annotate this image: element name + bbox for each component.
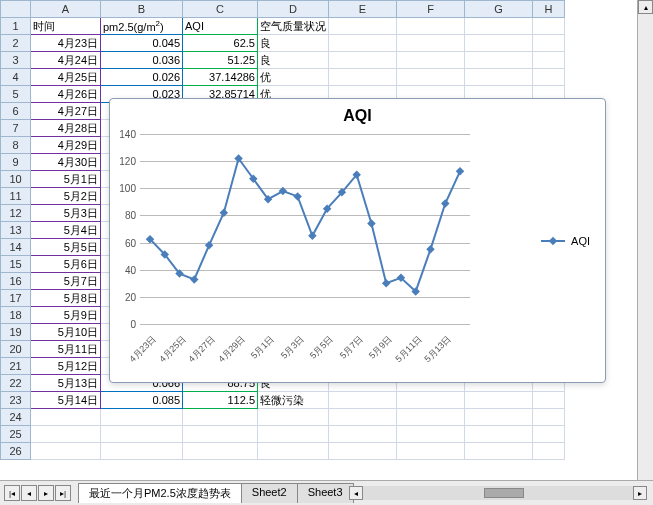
row-header[interactable]: 21 <box>1 358 31 375</box>
cell-E1[interactable] <box>329 18 397 35</box>
row-header[interactable]: 2 <box>1 35 31 52</box>
cell-G24[interactable] <box>465 409 533 426</box>
col-header-H[interactable]: H <box>533 1 565 18</box>
row-header[interactable]: 25 <box>1 426 31 443</box>
row-header[interactable]: 20 <box>1 341 31 358</box>
cell-A15[interactable]: 5月6日 <box>31 256 101 273</box>
cell-C23[interactable]: 112.5 <box>183 392 258 409</box>
chart-container[interactable]: AQI 020406080100120140 4月23日4月25日4月27日4月… <box>109 98 606 383</box>
row-header[interactable]: 18 <box>1 307 31 324</box>
row-header[interactable]: 16 <box>1 273 31 290</box>
cell-A23[interactable]: 5月14日 <box>31 392 101 409</box>
cell-G26[interactable] <box>465 443 533 460</box>
cell-A3[interactable]: 4月24日 <box>31 52 101 69</box>
col-header-B[interactable]: B <box>101 1 183 18</box>
cell-A12[interactable]: 5月3日 <box>31 205 101 222</box>
cell-B2[interactable]: 0.045 <box>101 35 183 52</box>
col-header-E[interactable]: E <box>329 1 397 18</box>
cell-E3[interactable] <box>329 52 397 69</box>
scroll-left-icon[interactable]: ◂ <box>349 486 363 500</box>
horizontal-scrollbar[interactable]: ◂ ▸ <box>363 486 633 500</box>
row-header[interactable]: 22 <box>1 375 31 392</box>
cell-F24[interactable] <box>397 409 465 426</box>
cell-D4[interactable]: 优 <box>258 69 329 86</box>
cell-C4[interactable]: 37.14286 <box>183 69 258 86</box>
cell-A6[interactable]: 4月27日 <box>31 103 101 120</box>
cell-A18[interactable]: 5月9日 <box>31 307 101 324</box>
cell-G4[interactable] <box>465 69 533 86</box>
row-header[interactable]: 17 <box>1 290 31 307</box>
spreadsheet-grid[interactable]: A B C D E F G H 1时间pm2.5(g/m2)AQI空气质量状况2… <box>0 0 653 480</box>
tab-active[interactable]: 最近一个月PM2.5浓度趋势表 <box>78 483 242 503</box>
cell-A17[interactable]: 5月8日 <box>31 290 101 307</box>
cell-A4[interactable]: 4月25日 <box>31 69 101 86</box>
cell-D1[interactable]: 空气质量状况 <box>258 18 329 35</box>
cell-D24[interactable] <box>258 409 329 426</box>
cell-H23[interactable] <box>533 392 565 409</box>
cell-A26[interactable] <box>31 443 101 460</box>
cell-E25[interactable] <box>329 426 397 443</box>
col-header-G[interactable]: G <box>465 1 533 18</box>
row-header[interactable]: 19 <box>1 324 31 341</box>
cell-B1[interactable]: pm2.5(g/m2) <box>101 18 183 35</box>
row-header[interactable]: 4 <box>1 69 31 86</box>
cell-A21[interactable]: 5月12日 <box>31 358 101 375</box>
cell-A8[interactable]: 4月29日 <box>31 137 101 154</box>
cell-H2[interactable] <box>533 35 565 52</box>
tab-sheet3[interactable]: Sheet3 <box>297 483 354 503</box>
col-header-A[interactable]: A <box>31 1 101 18</box>
row-header[interactable]: 11 <box>1 188 31 205</box>
row-header[interactable]: 6 <box>1 103 31 120</box>
cell-H25[interactable] <box>533 426 565 443</box>
col-header-C[interactable]: C <box>183 1 258 18</box>
cell-G3[interactable] <box>465 52 533 69</box>
cell-H24[interactable] <box>533 409 565 426</box>
col-header-F[interactable]: F <box>397 1 465 18</box>
row-header[interactable]: 9 <box>1 154 31 171</box>
cell-A24[interactable] <box>31 409 101 426</box>
cell-A19[interactable]: 5月10日 <box>31 324 101 341</box>
row-header[interactable]: 10 <box>1 171 31 188</box>
row-header[interactable]: 26 <box>1 443 31 460</box>
cell-F3[interactable] <box>397 52 465 69</box>
cell-D25[interactable] <box>258 426 329 443</box>
tab-last-button[interactable]: ▸| <box>55 485 71 501</box>
row-header[interactable]: 24 <box>1 409 31 426</box>
cell-A14[interactable]: 5月5日 <box>31 239 101 256</box>
cell-E2[interactable] <box>329 35 397 52</box>
row-header[interactable]: 1 <box>1 18 31 35</box>
cell-D2[interactable]: 良 <box>258 35 329 52</box>
cell-A16[interactable]: 5月7日 <box>31 273 101 290</box>
cell-E24[interactable] <box>329 409 397 426</box>
scroll-right-icon[interactable]: ▸ <box>633 486 647 500</box>
cell-E26[interactable] <box>329 443 397 460</box>
cell-A11[interactable]: 5月2日 <box>31 188 101 205</box>
cell-E4[interactable] <box>329 69 397 86</box>
tab-first-button[interactable]: |◂ <box>4 485 20 501</box>
cell-D23[interactable]: 轻微污染 <box>258 392 329 409</box>
cell-A5[interactable]: 4月26日 <box>31 86 101 103</box>
cell-C24[interactable] <box>183 409 258 426</box>
cell-F26[interactable] <box>397 443 465 460</box>
cell-F1[interactable] <box>397 18 465 35</box>
cell-A20[interactable]: 5月11日 <box>31 341 101 358</box>
cell-B25[interactable] <box>101 426 183 443</box>
row-header[interactable]: 15 <box>1 256 31 273</box>
cell-D26[interactable] <box>258 443 329 460</box>
cell-A22[interactable]: 5月13日 <box>31 375 101 392</box>
row-header[interactable]: 5 <box>1 86 31 103</box>
cell-A1[interactable]: 时间 <box>31 18 101 35</box>
cell-A9[interactable]: 4月30日 <box>31 154 101 171</box>
cell-C3[interactable]: 51.25 <box>183 52 258 69</box>
cell-B26[interactable] <box>101 443 183 460</box>
scroll-up-icon[interactable]: ▴ <box>638 0 653 14</box>
cell-G23[interactable] <box>465 392 533 409</box>
cell-E23[interactable] <box>329 392 397 409</box>
cell-G1[interactable] <box>465 18 533 35</box>
row-header[interactable]: 7 <box>1 120 31 137</box>
cell-B4[interactable]: 0.026 <box>101 69 183 86</box>
row-header[interactable]: 13 <box>1 222 31 239</box>
vertical-scrollbar[interactable]: ▴ <box>637 0 653 480</box>
row-header[interactable]: 23 <box>1 392 31 409</box>
cell-F4[interactable] <box>397 69 465 86</box>
